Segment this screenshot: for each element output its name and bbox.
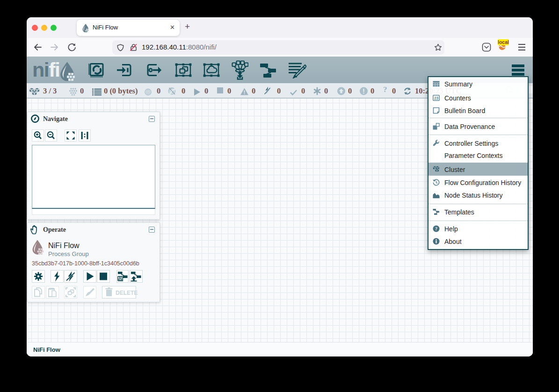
svg-text:23: 23 (434, 96, 439, 100)
svg-text:?: ? (435, 226, 437, 231)
